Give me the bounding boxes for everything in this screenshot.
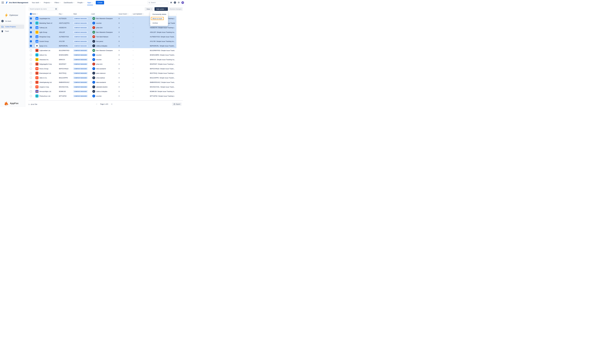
project-name[interactable]: Marketing Team v2: [39, 22, 52, 24]
row-checkbox[interactable]: [30, 54, 32, 56]
project-name[interactable]: Zafuczi Inc.: [39, 54, 47, 56]
clear-search-icon[interactable]: ×: [55, 8, 57, 10]
notification-bell-icon[interactable]: [170, 1, 172, 4]
row-checkbox[interactable]: [30, 77, 32, 79]
row-checkbox[interactable]: [30, 91, 32, 92]
previous-page-icon[interactable]: ←: [96, 103, 98, 105]
column-header-style[interactable]: Style: [73, 13, 77, 15]
table-row[interactable]: ▦ Nelgutagaful Corp. BKNPDDT COMPANY MAN…: [29, 62, 176, 66]
issue-count: 0: [119, 86, 119, 88]
table-row[interactable]: ⚒ Josjanro Corp. BNVSKAYOIL COMPANY MANA…: [29, 85, 176, 89]
row-checkbox[interactable]: [30, 40, 32, 42]
project-name[interactable]: Jinaceara Inc.: [39, 58, 49, 60]
project-search-box[interactable]: ×: [29, 7, 58, 11]
column-header-lead[interactable]: Lead: [91, 13, 95, 15]
help-icon[interactable]: ?: [174, 1, 176, 4]
review-changes-button[interactable]: Review changes: [169, 7, 183, 11]
project-name[interactable]: Susiok Group: [39, 40, 49, 42]
table-row[interactable]: ⚒ Hovzu Group BKPGVHNLB COMPANY MANAGED …: [29, 66, 176, 71]
row-checkbox[interactable]: [30, 63, 32, 65]
row-checkbox[interactable]: [30, 22, 32, 24]
table-row[interactable]: ⚙ Uletefojakukig Ltd. BMBNFBSVKZ COMPANY…: [29, 80, 176, 85]
next-page-icon[interactable]: →: [111, 103, 112, 105]
sort-icon: [143, 13, 143, 14]
row-checkbox[interactable]: [30, 27, 32, 29]
table-row[interactable]: ⚑ Agfo Group ASULSF COMPANY MANAGED BW B…: [29, 30, 176, 35]
project-name[interactable]: Hovzu Group: [39, 68, 48, 70]
column-header-issue-count[interactable]: Issue Count: [119, 13, 128, 15]
nav-item-projects[interactable]: Projects: [44, 0, 51, 5]
table-row[interactable]: ▤ Etamubazjod Ltd. BKSTRXQ COMPANY MANAG…: [29, 71, 176, 76]
global-search-input[interactable]: [151, 2, 167, 3]
table-row[interactable]: ▰ Jinaceara Inc. BIRKIVX COMPANY MANAGED…: [29, 57, 176, 62]
table-row[interactable]: ◉ Vensazofojku Ltd. BOMKUB COMPANY MANAG…: [29, 89, 176, 94]
project-description: ASOEGYA: Simple Issue Tracking I...: [150, 27, 175, 29]
project-search-input[interactable]: [30, 8, 55, 10]
issue-count: 0: [119, 45, 119, 47]
project-name[interactable]: Uletefojakukig Ltd.: [39, 81, 52, 83]
project-name[interactable]: Nelgutagaful Corp.: [39, 63, 52, 65]
project-name[interactable]: Tuthooj Ltd.: [39, 27, 47, 29]
nav-item-your-work[interactable]: Your work: [32, 0, 40, 5]
global-search-box[interactable]: [148, 1, 168, 4]
row-checkbox[interactable]: [30, 72, 32, 74]
go-back-button[interactable]: ← Go back: [1, 20, 11, 22]
project-name[interactable]: Agfo Group: [39, 31, 47, 33]
app-switcher-icon[interactable]: [2, 1, 4, 4]
menu-item-permanently-delete[interactable]: Permanently delete: [150, 12, 168, 16]
menu-item-move-to-trash[interactable]: Move to trash: [150, 16, 168, 21]
column-header-name[interactable]: Name: [32, 13, 38, 15]
style-badge: COMPANY MANAGED: [73, 63, 88, 65]
row-checkbox[interactable]: [30, 18, 32, 20]
row-checkbox[interactable]: [30, 95, 32, 97]
project-description: BIRKIVX: Simple Issue Tracking Iss...: [150, 58, 175, 60]
row-checkbox[interactable]: [30, 86, 32, 88]
table-row[interactable]: ● Zafuczi Inc. BHWSUMRN COMPANY MANAGED …: [29, 53, 176, 57]
nav-item-dashboards[interactable]: Dashboards: [64, 0, 74, 5]
bulk-action-button[interactable]: Bulk action: [155, 7, 168, 11]
sort-icon: [62, 13, 63, 14]
project-name[interactable]: Josjanro Corp.: [39, 86, 49, 88]
project-name[interactable]: Kihujlufuw Corp.: [39, 36, 51, 38]
table-row[interactable]: ☁ Kihujlufuw Corp. AUTMOVYGS COMPANY MAN…: [29, 34, 176, 39]
table-row[interactable]: ● Tujifunekbel Ltd. BGJORMYROI COMPANY M…: [29, 48, 176, 53]
nav-item-filters[interactable]: Filters: [54, 0, 60, 5]
table-row[interactable]: ≡ Jebiz & Co. BKZZJHPPK COMPANY MANAGED …: [29, 76, 176, 80]
create-button[interactable]: Create: [96, 1, 104, 4]
lightning-bolt-icon: [5, 13, 8, 18]
settings-gear-icon[interactable]: ⚙: [178, 1, 180, 4]
view-button[interactable]: View: [145, 7, 153, 11]
user-avatar[interactable]: JR: [181, 1, 184, 4]
row-checkbox[interactable]: [30, 45, 32, 47]
project-name[interactable]: Jebiz & Co.: [39, 77, 47, 78]
project-name[interactable]: Etamubazjod Ltd.: [39, 72, 51, 74]
nav-item-apps[interactable]: Apps: [87, 0, 93, 5]
table-row[interactable]: ▮ Fiheluohvuc Ltd. BPTVEPW COMPANY MANAG…: [29, 94, 176, 98]
sidebar-item-active-projects[interactable]: Active Projects: [0, 25, 24, 29]
jira-logo-icon[interactable]: [5, 1, 8, 4]
row-checkbox[interactable]: [30, 36, 32, 38]
project-name[interactable]: Tujifunekbel Ltd.: [39, 50, 51, 51]
table-row[interactable]: ☻ Apoju & Co. BDPIORCRL COMPANY MANAGED …: [29, 44, 176, 48]
row-checkbox[interactable]: [30, 81, 32, 83]
select-all-checkbox[interactable]: [30, 13, 32, 15]
chevron-down-icon: [83, 2, 84, 3]
row-checkbox[interactable]: [30, 68, 32, 70]
menu-item-archive[interactable]: Archive: [150, 21, 168, 25]
nav-item-people[interactable]: People: [78, 0, 84, 5]
row-checkbox[interactable]: [30, 58, 32, 60]
project-name[interactable]: Apoju & Co.: [39, 45, 47, 47]
row-checkbox[interactable]: [30, 31, 32, 33]
table-row[interactable]: ☁ Susiok Group AYLFJR COMPANY MANAGED F …: [29, 39, 176, 44]
export-button[interactable]: Export: [172, 103, 182, 106]
sidebar-item-trash[interactable]: Trash: [0, 29, 24, 33]
project-name[interactable]: Juupobejani Inc.: [39, 18, 51, 20]
folder-icon: [1, 26, 4, 28]
table-row[interactable]: ☁ Tuthooj Ltd. ASOEGYA COMPANY MANAGED P…: [29, 25, 176, 30]
column-header-last-updated[interactable]: Last Updated: [133, 13, 143, 15]
row-checkbox[interactable]: [30, 50, 32, 51]
column-header-key[interactable]: Key: [59, 13, 63, 15]
project-name[interactable]: Vensazofojku Ltd.: [39, 91, 52, 92]
project-name[interactable]: Fiheluohvuc Ltd.: [39, 95, 51, 97]
style-badge: COMPANY MANAGED: [73, 77, 88, 79]
